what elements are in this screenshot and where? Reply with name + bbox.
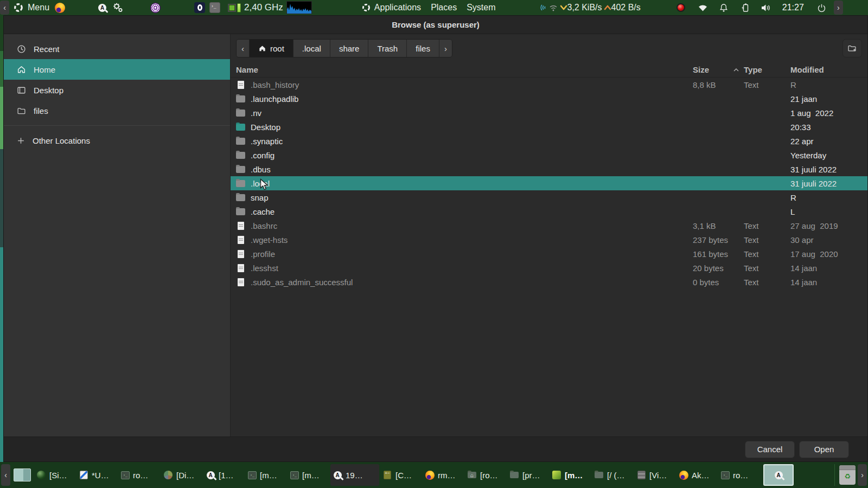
workspace-switcher[interactable] [14, 468, 31, 481]
sort-ascending-icon [733, 68, 739, 72]
sidebar-item-label: Desktop [34, 86, 63, 95]
file-row-selected[interactable]: .local 31 juuli 2022 [231, 176, 867, 190]
sidebar-item-recent[interactable]: Recent [4, 38, 230, 59]
file-row[interactable]: .synaptic 22 apr [231, 134, 867, 148]
wifi-status-icon[interactable] [698, 4, 707, 11]
file-row[interactable]: .launchpadlib 21 jaan [231, 92, 867, 106]
gears-icon[interactable] [112, 2, 123, 13]
search-toggle-button[interactable]: A [763, 464, 794, 486]
pathbar-forward-chevron[interactable]: › [439, 40, 452, 57]
menu-label[interactable]: Menu [28, 3, 49, 12]
taskbar-window-active[interactable]: A19… [330, 464, 379, 486]
sidebar-item-desktop[interactable]: Desktop [4, 80, 230, 100]
taskbar-back-chevron[interactable]: ‹ [1, 464, 10, 486]
column-modified[interactable]: Modified [790, 65, 867, 74]
column-type[interactable]: Type [744, 65, 790, 74]
taskbar-window[interactable]: [ro… [465, 464, 506, 486]
open-button[interactable]: Open [799, 441, 849, 458]
file-row[interactable]: .cache L [231, 204, 867, 219]
panel-back-chevron[interactable]: ‹ [0, 1, 9, 15]
system-menu[interactable]: System [467, 3, 495, 12]
breadcrumb-root[interactable]: root [250, 40, 293, 57]
taskbar-window[interactable]: +−[C… [380, 464, 422, 486]
file-row[interactable]: .sudo_as_admin_successful 0 bytesText14 … [231, 275, 867, 289]
firefox-icon[interactable] [55, 3, 65, 13]
opera-icon[interactable] [194, 2, 205, 13]
places-menu[interactable]: Places [431, 3, 457, 12]
sidebar-item-label: Home [34, 65, 55, 74]
file-row[interactable]: .bashrc 3,1 kBText27 aug 2019 [231, 219, 867, 233]
menu-logo-icon[interactable] [14, 3, 23, 12]
breadcrumb-trash[interactable]: Trash [368, 40, 407, 57]
network-signal-icon[interactable] [538, 3, 548, 12]
new-folder-button[interactable] [843, 39, 862, 57]
file-row[interactable]: .bash_history 8,8 kBTextR [231, 78, 867, 92]
pathbar-back-chevron[interactable]: ‹ [237, 40, 250, 57]
terminal-icon[interactable]: ›_ [209, 2, 220, 13]
recycle-icon: ♻ [844, 470, 851, 483]
taskbar-forward-chevron[interactable]: › [858, 464, 867, 486]
breadcrumb-files[interactable]: files [407, 40, 439, 57]
notifications-bell-icon[interactable] [719, 3, 728, 12]
file-row[interactable]: .dbus 31 juuli 2022 [231, 162, 867, 176]
file-row[interactable]: .config Yesterday [231, 148, 867, 162]
taskbar-window[interactable]: [Di… [161, 464, 202, 486]
file-row[interactable]: .profile 161 bytesText17 aug 2020 [231, 247, 867, 261]
breadcrumb-local[interactable]: .local [293, 40, 330, 57]
file-row[interactable]: snap R [231, 190, 867, 204]
wifi-small-icon[interactable] [549, 4, 558, 11]
dialog-action-bar: Cancel Open [4, 436, 867, 461]
applications-logo-icon [362, 3, 371, 12]
recording-indicator-icon[interactable] [676, 3, 685, 12]
file-row[interactable]: Desktop 20:33 [231, 120, 867, 134]
file-row[interactable]: .wget-hsts 237 bytesText30 apr [231, 233, 867, 247]
taskbar-window[interactable]: ›_ro… [119, 464, 160, 486]
text-editor-icon [79, 470, 88, 480]
battery-icon[interactable] [740, 3, 750, 12]
file-icon [238, 250, 244, 258]
sidebar-item-other-locations[interactable]: Other Locations [4, 130, 230, 151]
power-icon[interactable] [817, 3, 826, 12]
taskbar-window[interactable]: A[1… [203, 464, 245, 486]
clock[interactable]: 21:27 [782, 3, 804, 12]
panel-forward-chevron[interactable]: › [834, 1, 843, 15]
column-size[interactable]: Size [693, 65, 709, 74]
file-browser-main: ‹ root .local share Trash files › [231, 34, 867, 436]
file-icon [238, 81, 244, 89]
column-name[interactable]: Name [236, 65, 258, 74]
breadcrumb-share[interactable]: share [330, 40, 369, 57]
calculator-icon: +− [382, 470, 392, 480]
taskbar-window[interactable]: [Si… [34, 464, 75, 486]
home-icon [17, 65, 26, 74]
system-monitor-graph[interactable] [286, 1, 312, 14]
sidebar-item-files[interactable]: files [4, 100, 230, 121]
volume-icon[interactable] [761, 4, 770, 12]
taskbar-window[interactable]: ›_[m… [246, 464, 287, 486]
sidebar-item-home[interactable]: Home [4, 59, 230, 80]
file-list: .bash_history 8,8 kBTextR .launchpadlib … [231, 78, 867, 436]
taskbar-window[interactable]: [Vi… [634, 464, 675, 486]
folder-icon [236, 110, 245, 117]
taskbar-window[interactable]: [/ (… [592, 464, 633, 486]
search-a-icon[interactable]: A [98, 3, 107, 12]
file-row[interactable]: .lesshst 20 bytesText14 jaan [231, 261, 867, 275]
applications-menu[interactable]: Applications [374, 3, 421, 12]
bottom-taskbar: ‹ [Si… *U… ›_ro… [Di… A[1… ›_[m… ›_[m… A… [0, 462, 868, 488]
file-row[interactable]: .nv 1 aug 2022 [231, 106, 867, 120]
cancel-button[interactable]: Cancel [745, 441, 795, 458]
taskbar-window[interactable]: Ak… [676, 464, 718, 486]
file-icon [238, 222, 244, 230]
disk-usage-icon [163, 470, 173, 480]
taskbar-window[interactable]: ›_[m… [288, 464, 329, 486]
taskbar-window[interactable]: [m… [550, 464, 591, 486]
taskbar-window[interactable]: ›_ro… [719, 464, 760, 486]
taskbar-window[interactable]: *U… [76, 464, 118, 486]
tor-icon[interactable] [150, 3, 161, 13]
file-icon [238, 236, 244, 244]
sidebar-separator [4, 125, 230, 126]
taskbar-window[interactable]: [pr… [507, 464, 548, 486]
taskbar-window[interactable]: rm… [423, 464, 464, 486]
search-a-icon: A [206, 470, 215, 480]
trash-applet[interactable]: ♻ [839, 465, 856, 485]
folder-icon [236, 95, 245, 102]
